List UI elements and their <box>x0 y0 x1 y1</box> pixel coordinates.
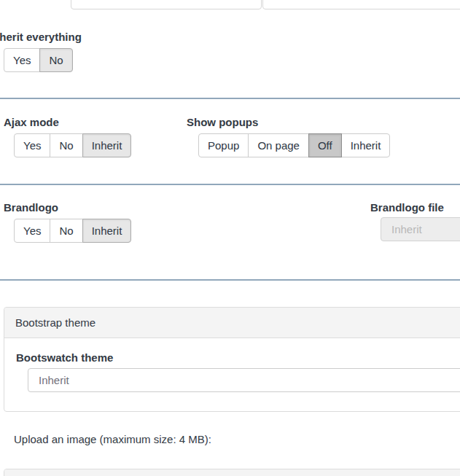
inherit-everything-label: Inherit everything <box>0 31 82 43</box>
bootswatch-theme-input[interactable] <box>28 368 460 392</box>
show-popups-toggle: Popup On page Off Inherit <box>198 133 390 157</box>
bottom-cutoff-panel <box>4 469 460 476</box>
bootswatch-theme-label: Bootswatch theme <box>16 352 113 364</box>
bootstrap-theme-panel-header: Bootstrap theme <box>4 308 460 338</box>
ajax-mode-inherit-button[interactable]: Inherit <box>82 133 132 157</box>
brandlogo-yes-button[interactable]: Yes <box>14 219 50 243</box>
section-divider <box>0 98 460 99</box>
brandlogo-inherit-button[interactable]: Inherit <box>82 219 132 243</box>
section-divider <box>0 279 460 281</box>
bootstrap-theme-panel: Bootstrap theme Bootswatch theme <box>4 307 460 412</box>
brandlogo-label: Brandlogo <box>4 202 58 214</box>
bottom-cutoff-panel-header <box>4 469 460 476</box>
brandlogo-no-button[interactable]: No <box>50 219 82 243</box>
bootstrap-theme-panel-body: Bootswatch theme <box>4 338 460 411</box>
upload-image-note: Upload an image (maximum size: 4 MB): <box>14 433 211 445</box>
top-cutoff-input[interactable] <box>71 0 262 9</box>
show-popups-onpage-button[interactable]: On page <box>248 133 309 157</box>
brandlogo-file-label: Brandlogo file <box>370 202 444 214</box>
brandlogo-toggle: Yes No Inherit <box>14 219 131 243</box>
ajax-mode-yes-button[interactable]: Yes <box>14 133 50 157</box>
inherit-everything-yes-button[interactable]: Yes <box>4 48 40 72</box>
section-divider <box>0 184 460 185</box>
settings-page: Inherit everything Yes No Ajax mode Yes … <box>0 0 460 476</box>
brandlogo-file-input <box>381 217 460 241</box>
show-popups-popup-button[interactable]: Popup <box>198 133 249 157</box>
show-popups-label: Show popups <box>187 117 258 128</box>
ajax-mode-no-button[interactable]: No <box>50 133 82 157</box>
ajax-mode-label: Ajax mode <box>4 117 59 128</box>
inherit-everything-no-button[interactable]: No <box>39 48 72 72</box>
inherit-everything-toggle: Yes No <box>4 48 73 72</box>
ajax-mode-toggle: Yes No Inherit <box>14 133 131 157</box>
show-popups-inherit-button[interactable]: Inherit <box>341 133 391 157</box>
top-cutoff-input-addon[interactable] <box>262 0 460 9</box>
show-popups-off-button[interactable]: Off <box>308 133 342 157</box>
